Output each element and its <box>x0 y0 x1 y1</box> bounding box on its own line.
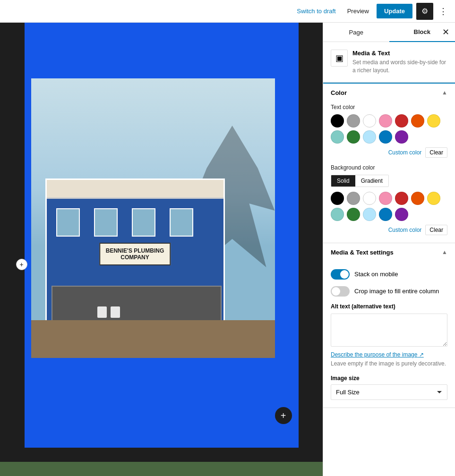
bg-color-label: Background color <box>331 164 447 171</box>
update-button[interactable]: Update <box>377 4 412 18</box>
alt-text-input[interactable] <box>331 314 447 347</box>
bg-custom-color-button[interactable]: Custom color <box>388 227 422 233</box>
bg-color-swatches <box>331 192 447 221</box>
bg-color-pink[interactable] <box>379 192 392 205</box>
media-text-block[interactable]: + BENNIE'S PLUMBING COMPANY <box>25 23 299 448</box>
block-type-icon: ▣ <box>331 50 348 67</box>
add-block-button[interactable]: + <box>275 407 292 424</box>
text-color-swatches <box>331 114 447 144</box>
text-color-green[interactable] <box>347 130 360 144</box>
gear-button[interactable]: ⚙ <box>416 3 433 20</box>
building-image: BENNIE'S PLUMBING COMPANY <box>31 78 275 358</box>
media-text-settings-title: Media & Text settings <box>331 249 394 256</box>
crop-image-row: Crop image to fill entire column <box>331 286 447 297</box>
color-section-toggle[interactable]: Color ▲ <box>323 83 455 102</box>
media-text-settings-content: Stack on mobile Crop image to fill entir… <box>323 262 455 408</box>
media-text-icon: ▣ <box>335 53 343 63</box>
image-size-select[interactable]: Full Size Large Medium Thumbnail <box>331 384 447 400</box>
more-icon: ⋮ <box>439 7 447 16</box>
bg-solid-tab[interactable]: Solid <box>331 175 355 187</box>
plus-icon: + <box>19 261 23 268</box>
text-custom-color-button[interactable]: Custom color <box>388 149 422 156</box>
chairs-decoration <box>97 306 120 318</box>
sidebar-tabs: Page Block ✕ <box>323 23 455 42</box>
text-color-red[interactable] <box>395 114 408 128</box>
text-color-white[interactable] <box>363 114 376 128</box>
bg-color-purple[interactable] <box>395 208 408 221</box>
describe-link-text: Describe the purpose of the image <box>331 351 417 358</box>
street <box>31 320 275 358</box>
media-text-settings-toggle[interactable]: Media & Text settings ▲ <box>323 243 455 262</box>
stack-on-mobile-row: Stack on mobile <box>331 269 447 280</box>
close-icon: ✕ <box>442 27 449 37</box>
bg-color-green[interactable] <box>347 208 360 221</box>
header: Switch to draft Preview Update ⚙ ⋮ <box>0 0 455 23</box>
bg-color-blue[interactable] <box>379 208 392 221</box>
bg-color-teal[interactable] <box>331 208 344 221</box>
switch-to-draft-button[interactable]: Switch to draft <box>293 5 339 17</box>
sidebar: Page Block ✕ ▣ Media & Text Set media an… <box>323 23 455 476</box>
alt-text-label: Alt text (alternative text) <box>331 303 447 310</box>
text-color-blue[interactable] <box>379 130 392 144</box>
text-color-pink[interactable] <box>379 114 392 128</box>
preview-button[interactable]: Preview <box>343 5 373 17</box>
bg-color-gray[interactable] <box>347 192 360 205</box>
close-sidebar-button[interactable]: ✕ <box>440 25 451 39</box>
chevron-up-icon-2: ▲ <box>442 249 447 255</box>
plus-icon: + <box>281 410 286 421</box>
building-sign: BENNIE'S PLUMBING COMPANY <box>99 243 171 265</box>
block-type-description: Set media and words side-by-side for a r… <box>352 59 447 75</box>
text-color-label: Text color <box>331 104 447 110</box>
text-color-purple[interactable] <box>395 130 408 144</box>
text-color-clear-button[interactable]: Clear <box>425 147 447 158</box>
add-inline-button[interactable]: + <box>16 259 27 270</box>
color-section: Color ▲ Text color <box>323 83 455 243</box>
stack-on-mobile-label: Stack on mobile <box>354 271 398 278</box>
block-type-title: Media & Text <box>352 50 447 57</box>
bg-color-tabs: Solid Gradient <box>331 175 389 187</box>
crop-image-label: Crop image to fill entire column <box>354 288 439 295</box>
green-bar <box>0 462 323 476</box>
bg-color-black[interactable] <box>331 192 344 205</box>
main-layout: + BENNIE'S PLUMBING COMPANY <box>0 23 455 476</box>
media-text-settings-section: Media & Text settings ▲ Stack on mobile … <box>323 243 455 408</box>
text-color-black[interactable] <box>331 114 344 128</box>
text-color-orange[interactable] <box>411 114 424 128</box>
bg-color-orange[interactable] <box>411 192 424 205</box>
text-color-teal[interactable] <box>331 130 344 144</box>
building-facade: BENNIE'S PLUMBING COMPANY <box>45 178 225 330</box>
external-link-icon: ↗ <box>419 351 424 358</box>
building-roof <box>47 180 223 199</box>
block-info-text: Media & Text Set media and words side-by… <box>352 50 447 75</box>
canvas-inner: + BENNIE'S PLUMBING COMPANY <box>0 23 323 476</box>
text-color-light-blue[interactable] <box>363 130 376 144</box>
tab-page[interactable]: Page <box>323 23 389 42</box>
stack-on-mobile-toggle[interactable] <box>331 269 350 280</box>
crop-image-toggle[interactable] <box>331 286 350 297</box>
text-color-yellow[interactable] <box>427 114 440 128</box>
bg-color-actions: Custom color Clear <box>331 225 447 235</box>
bg-color-light-blue[interactable] <box>363 208 376 221</box>
describe-image-link[interactable]: Describe the purpose of the image ↗ <box>331 351 424 358</box>
text-color-actions: Custom color Clear <box>331 147 447 158</box>
chevron-up-icon: ▲ <box>442 89 447 96</box>
bg-color-clear-button[interactable]: Clear <box>425 225 447 235</box>
bg-gradient-tab[interactable]: Gradient <box>355 175 388 187</box>
bg-color-red[interactable] <box>395 192 408 205</box>
block-info: ▣ Media & Text Set media and words side-… <box>323 42 455 83</box>
text-color-gray[interactable] <box>347 114 360 128</box>
image-container: BENNIE'S PLUMBING COMPANY <box>31 78 275 358</box>
canvas: + BENNIE'S PLUMBING COMPANY <box>0 23 323 476</box>
color-section-title: Color <box>331 89 347 96</box>
bg-color-white[interactable] <box>363 192 376 205</box>
image-size-label: Image size <box>331 375 447 382</box>
bg-color-yellow[interactable] <box>427 192 440 205</box>
color-section-content: Text color Custom color <box>323 104 455 243</box>
more-options-button[interactable]: ⋮ <box>437 4 449 18</box>
gear-icon: ⚙ <box>421 7 428 16</box>
alt-text-hint: Leave empty if the image is purely decor… <box>331 360 447 368</box>
